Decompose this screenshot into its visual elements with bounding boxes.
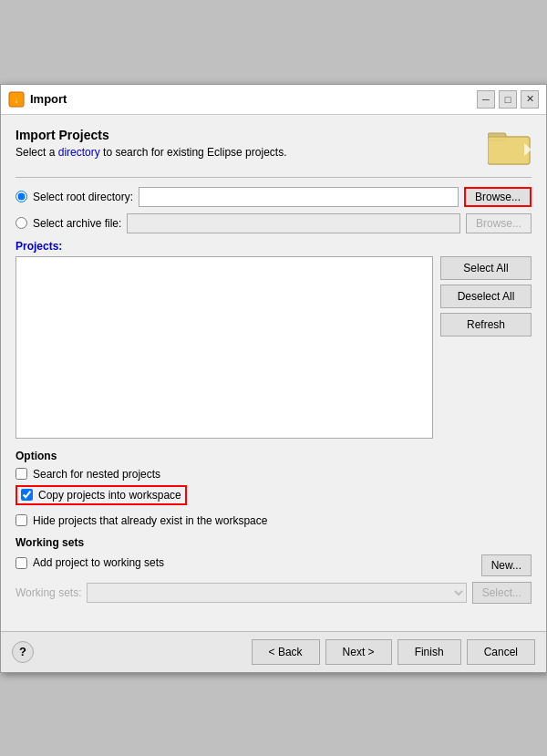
import-title-icon: ↓ — [8, 91, 25, 108]
select-working-set-button[interactable]: Select... — [472, 582, 532, 604]
working-sets-field-label: Working sets: — [15, 586, 81, 599]
archive-file-radio[interactable] — [15, 217, 27, 229]
folder-icon — [488, 129, 532, 166]
nav-buttons: < Back Next > Finish Cancel — [252, 639, 535, 665]
working-sets-select[interactable] — [87, 583, 466, 603]
copy-projects-row: Copy projects into workspace — [15, 485, 187, 505]
refresh-button[interactable]: Refresh — [440, 313, 532, 337]
projects-label: Projects: — [15, 240, 532, 253]
working-sets-inner: Add project to working sets New... — [15, 554, 532, 576]
title-controls: ─ □ ✕ — [477, 90, 539, 109]
projects-list — [15, 256, 433, 439]
add-working-sets-label: Add project to working sets — [33, 556, 164, 569]
projects-area: Select All Deselect All Refresh — [15, 256, 532, 439]
add-to-working-sets-row: Add project to working sets — [15, 556, 474, 569]
options-title: Options — [15, 450, 532, 462]
options-area: Options Search for nested projects Copy … — [15, 450, 532, 527]
root-dir-row: Select root directory: Browse... — [15, 187, 532, 207]
page-title: Import Projects — [15, 128, 286, 142]
window-title: Import — [30, 92, 67, 106]
archive-file-row: Select archive file: Browse... — [15, 213, 532, 233]
hide-projects-row: Hide projects that already exist in the … — [15, 514, 532, 527]
svg-text:↓: ↓ — [15, 95, 19, 105]
back-button[interactable]: < Back — [252, 639, 320, 665]
archive-file-browse-button[interactable]: Browse... — [466, 213, 532, 233]
archive-file-input[interactable] — [127, 213, 460, 233]
new-working-set-button[interactable]: New... — [481, 554, 532, 576]
root-dir-browse-button[interactable]: Browse... — [464, 187, 532, 207]
svg-rect-4 — [488, 137, 530, 164]
select-all-button[interactable]: Select All — [440, 256, 532, 280]
working-sets-title: Working sets — [15, 536, 532, 549]
add-working-sets-checkbox[interactable] — [15, 557, 27, 569]
cancel-button[interactable]: Cancel — [467, 639, 535, 665]
page-description: Select a directory to search for existin… — [15, 146, 286, 159]
close-button[interactable]: ✕ — [521, 90, 539, 109]
nested-projects-checkbox[interactable] — [15, 468, 27, 480]
title-bar-left: ↓ Import — [8, 91, 67, 108]
nested-projects-row: Search for nested projects — [15, 468, 532, 481]
header-area: Import Projects Select a directory to se… — [15, 128, 532, 166]
maximize-button[interactable]: □ — [499, 90, 517, 109]
bottom-bar: ? < Back Next > Finish Cancel — [1, 631, 546, 672]
finish-button[interactable]: Finish — [397, 639, 461, 665]
root-dir-label: Select root directory: — [33, 191, 133, 203]
hide-projects-checkbox[interactable] — [15, 514, 27, 526]
root-dir-radio[interactable] — [15, 191, 27, 202]
next-button[interactable]: Next > — [325, 639, 392, 665]
root-dir-input[interactable] — [139, 187, 459, 207]
archive-file-label: Select archive file: — [33, 217, 121, 230]
minimize-button[interactable]: ─ — [477, 90, 495, 109]
working-sets-row: Working sets: Select... — [15, 582, 532, 604]
separator — [15, 177, 532, 178]
hide-projects-label: Hide projects that already exist in the … — [33, 514, 267, 527]
projects-buttons: Select All Deselect All Refresh — [440, 256, 532, 439]
help-button[interactable]: ? — [12, 641, 34, 663]
copy-projects-label: Copy projects into workspace — [38, 489, 181, 502]
working-sets-area: Working sets Add project to working sets… — [15, 536, 532, 604]
import-window: ↓ Import ─ □ ✕ Import Projects Select a … — [0, 84, 547, 673]
title-bar: ↓ Import ─ □ ✕ — [1, 85, 546, 115]
desc-link: directory — [58, 146, 100, 159]
header-text: Import Projects Select a directory to se… — [15, 128, 286, 159]
copy-projects-checkbox[interactable] — [21, 489, 33, 501]
deselect-all-button[interactable]: Deselect All — [440, 285, 532, 308]
content-area: Import Projects Select a directory to se… — [1, 115, 546, 631]
nested-projects-label: Search for nested projects — [33, 468, 160, 481]
